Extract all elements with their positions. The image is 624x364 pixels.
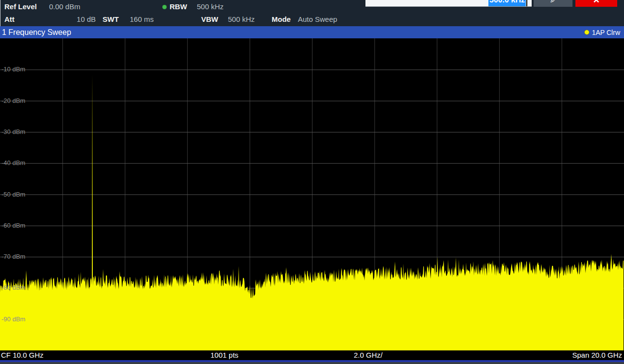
text-caret (526, 0, 527, 6)
trace-indicator[interactable]: 1AP Clrw (584, 29, 620, 36)
y-axis-label: -90 dBm (1, 315, 25, 323)
spectrum-display: -10 dBm-20 dBm-30 dBm-40 dBm-50 dBm-60 d… (0, 38, 624, 350)
center-frequency-readout[interactable]: CF 10.0 GHz (1, 350, 44, 360)
y-axis-label: -10 dBm (1, 66, 25, 73)
y-axis-label: -70 dBm (1, 253, 25, 260)
trace-active-dot-icon (584, 30, 589, 35)
window-frame-edge (0, 362, 624, 364)
y-axis-label: -30 dBm (1, 128, 25, 135)
y-axis-label: -50 dBm (1, 191, 25, 198)
trace-canvas (0, 38, 624, 350)
sweep-points-readout[interactable]: 1001 pts (210, 350, 239, 360)
footer-bar: CF 10.0 GHz 1001 pts 2.0 GHz/ Span 20.0 … (0, 350, 624, 360)
edit-button[interactable]: ✎ (534, 0, 572, 7)
pen-icon: ✎ (534, 0, 572, 6)
y-axis-label: -80 dBm (1, 284, 25, 291)
att-value[interactable]: 10 dB (73, 13, 96, 26)
mode-value[interactable]: Auto Sweep (298, 13, 337, 26)
y-axis-label: -20 dBm (1, 97, 25, 104)
swt-value[interactable]: 160 ms (130, 13, 154, 26)
settings-row-2: Att 10 dB SWT 160 ms VBW 500 kHz Mode Au… (0, 13, 624, 26)
mode-label[interactable]: Mode (272, 13, 291, 26)
att-label[interactable]: Att (4, 13, 15, 26)
rbw-value[interactable]: 500 kHz (197, 0, 224, 13)
spectrum-trace (0, 74, 624, 350)
close-button[interactable]: ✕ (575, 0, 617, 7)
rbw-label[interactable]: RBW (170, 0, 187, 13)
trace-indicator-label: 1AP Clrw (592, 29, 620, 36)
ref-level-label[interactable]: Ref Level (4, 0, 37, 13)
ref-level-value[interactable]: 0.00 dBm (49, 0, 80, 13)
value-entry-selected-text: 500.0 kHz (488, 0, 526, 6)
value-entry-input[interactable]: 500.0 kHz (365, 0, 532, 7)
swt-label[interactable]: SWT (103, 13, 119, 26)
value-entry-popup: 500.0 kHz ✎ ✕ (365, 0, 617, 7)
y-axis-label: -60 dBm (1, 222, 25, 229)
span-readout[interactable]: Span 20.0 GHz (572, 350, 622, 360)
y-axis-label: -40 dBm (1, 159, 25, 166)
scale-per-division-readout: 2.0 GHz/ (354, 350, 382, 360)
window-title-bar[interactable]: 1 Frequency Sweep 1AP Clrw (0, 26, 624, 38)
rbw-coupling-led-icon (162, 5, 167, 9)
vbw-value[interactable]: 500 kHz (228, 13, 255, 26)
close-x-icon: ✕ (575, 0, 617, 6)
vbw-label[interactable]: VBW (201, 13, 218, 26)
window-title: 1 Frequency Sweep (2, 28, 584, 37)
